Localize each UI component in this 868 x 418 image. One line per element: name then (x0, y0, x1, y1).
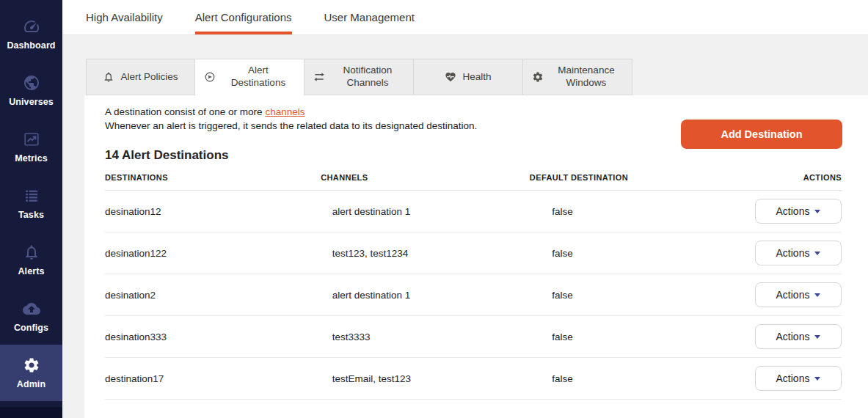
sidebar-item-admin[interactable]: Admin (0, 345, 62, 401)
table-row: desination2 alert destination 1 false Ac… (105, 274, 842, 316)
subtab-label: Maintenance Windows (550, 65, 623, 89)
dashboard-gauge-icon (23, 18, 40, 35)
tab-user-management[interactable]: User Management (324, 0, 415, 34)
channels-link[interactable]: channels (265, 106, 304, 117)
sidebar-item-label: Alerts (18, 266, 44, 276)
description-line1: A destination consist of one or more (105, 106, 265, 117)
default-destination-value: false (552, 373, 755, 384)
destinations-count-heading: 14 Alert Destinations (105, 148, 842, 163)
heart-pulse-icon (445, 71, 456, 83)
swap-arrows-icon (313, 71, 325, 83)
subtab-maintenance-windows[interactable]: Maintenance Windows (523, 59, 632, 95)
sidebar-item-label: Universes (9, 97, 54, 107)
row-actions-button[interactable]: Actions (755, 282, 842, 307)
sidebar: Dashboard Universes Metrics Tasks (0, 0, 62, 418)
subtab-alert-policies[interactable]: Alert Policies (86, 59, 195, 95)
row-actions-button[interactable]: Actions (755, 366, 842, 391)
actions-button-label: Actions (776, 289, 810, 301)
cloud-upload-icon (23, 300, 40, 318)
chevron-down-icon (814, 210, 820, 213)
chevron-down-icon (814, 377, 820, 381)
table-row: desination333 test3333 false Actions (105, 316, 842, 358)
default-destination-value: false (552, 290, 755, 301)
subtab-label: Notification Channels (331, 65, 404, 89)
destination-name: destination17 (105, 373, 332, 384)
destination-channels: testEmail, test123 (332, 373, 552, 384)
actions-button-label: Actions (776, 331, 810, 342)
destination-name: desination12 (105, 206, 332, 217)
column-header-channels: CHANNELS (321, 173, 530, 182)
sidebar-item-label: Tasks (18, 210, 44, 220)
subtab-health[interactable]: Health (414, 59, 523, 95)
sidebar-item-label: Dashboard (7, 40, 55, 51)
top-nav-bar: High Availability Alert Configurations U… (62, 0, 868, 35)
subtab-alert-destinations[interactable]: Alert Destinations (195, 59, 304, 95)
sidebar-item-alerts[interactable]: Alerts (0, 232, 62, 288)
bell-outline-icon (103, 71, 114, 83)
subtab-notification-channels[interactable]: Notification Channels (304, 59, 414, 95)
alert-config-subtabs: Alert Policies Alert Destinations Notifi… (86, 59, 632, 95)
table-row: desination122 test123, test1234 false Ac… (105, 232, 842, 274)
destination-name: desination333 (105, 331, 332, 342)
sidebar-item-configs[interactable]: Configs (0, 288, 62, 345)
destination-name: desination2 (105, 290, 332, 301)
actions-button-label: Actions (776, 205, 810, 217)
sidebar-item-label: Metrics (15, 153, 47, 164)
destinations-table: DESTINATIONS CHANNELS DEFAULT DESTINATIO… (105, 164, 842, 400)
sidebar-item-label: Configs (14, 323, 48, 333)
row-actions-button[interactable]: Actions (755, 199, 842, 224)
default-destination-value: false (552, 331, 755, 342)
default-destination-value: false (552, 248, 755, 259)
tab-alert-configurations[interactable]: Alert Configurations (195, 0, 292, 34)
destination-channels: alert destination 1 (332, 206, 552, 217)
add-destination-button[interactable]: Add Destination (681, 120, 842, 149)
subtab-label: Alert Policies (120, 71, 178, 84)
column-header-actions: ACTIONS (723, 173, 842, 182)
table-header-row: DESTINATIONS CHANNELS DEFAULT DESTINATIO… (105, 164, 842, 191)
chevron-down-icon (814, 252, 820, 255)
tab-high-availability[interactable]: High Availability (86, 0, 163, 34)
send-circle-icon (204, 71, 216, 83)
row-actions-button[interactable]: Actions (755, 324, 842, 349)
sidebar-item-metrics[interactable]: Metrics (0, 119, 62, 175)
row-actions-button[interactable]: Actions (755, 241, 842, 265)
destination-channels: test123, test1234 (332, 248, 552, 259)
globe-icon (23, 74, 40, 92)
tasks-list-icon (23, 187, 40, 205)
actions-button-label: Actions (776, 373, 810, 384)
sidebar-item-universes[interactable]: Universes (0, 62, 62, 119)
destination-name: desination122 (105, 248, 332, 259)
bell-icon (23, 243, 40, 261)
table-row: destination17 testEmail, test123 false A… (105, 358, 842, 400)
tab-label: High Availability (86, 11, 163, 23)
destination-channels: test3333 (332, 331, 552, 342)
default-destination-value: false (552, 206, 755, 217)
destination-channels: alert destination 1 (332, 290, 552, 301)
column-header-destinations: DESTINATIONS (105, 173, 321, 182)
chevron-down-icon (814, 335, 820, 339)
gear-icon (532, 71, 544, 83)
table-row: desination12 alert destination 1 false A… (105, 191, 842, 232)
column-header-default-destination: DEFAULT DESTINATION (530, 173, 723, 182)
sidebar-bottom-strip (0, 407, 62, 418)
subtab-label: Alert Destinations (222, 65, 295, 89)
tab-label: User Management (324, 11, 415, 23)
description-line2: Whenever an alert is triggered, it sends… (105, 120, 477, 131)
sidebar-item-dashboard[interactable]: Dashboard (0, 6, 62, 62)
alert-destinations-panel: A destination consist of one or more cha… (84, 95, 868, 418)
chevron-down-icon (814, 293, 820, 297)
sidebar-item-tasks[interactable]: Tasks (0, 175, 62, 232)
main-area: High Availability Alert Configurations U… (62, 0, 868, 418)
metrics-chart-icon (23, 131, 40, 148)
actions-button-label: Actions (776, 247, 810, 259)
sidebar-item-label: Admin (17, 379, 45, 389)
subtab-label: Health (462, 71, 491, 84)
tab-label: Alert Configurations (195, 11, 292, 23)
gear-icon (23, 356, 40, 374)
